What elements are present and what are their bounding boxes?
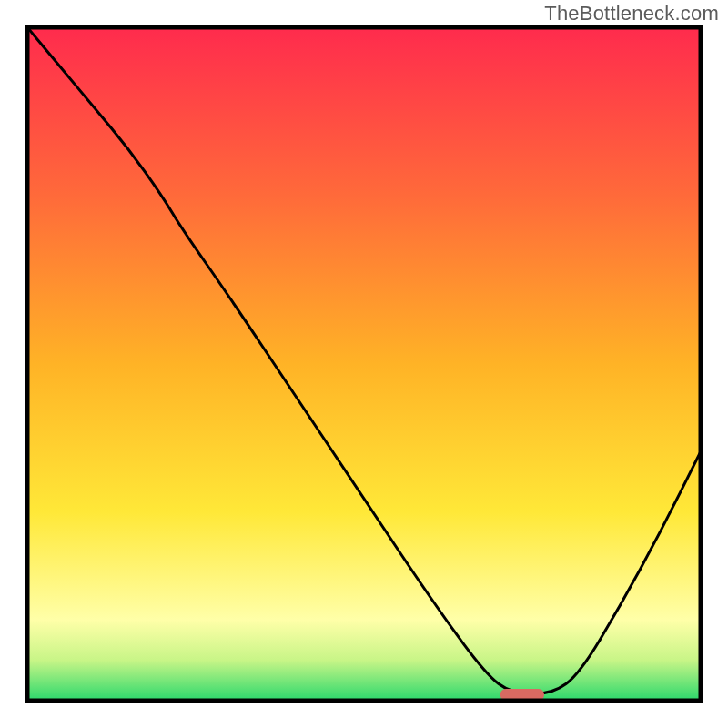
plot-background-gradient [27,27,701,701]
bottleneck-curve-chart [0,0,728,728]
watermark-text: TheBottleneck.com [544,2,719,25]
chart-container: TheBottleneck.com [0,0,728,728]
